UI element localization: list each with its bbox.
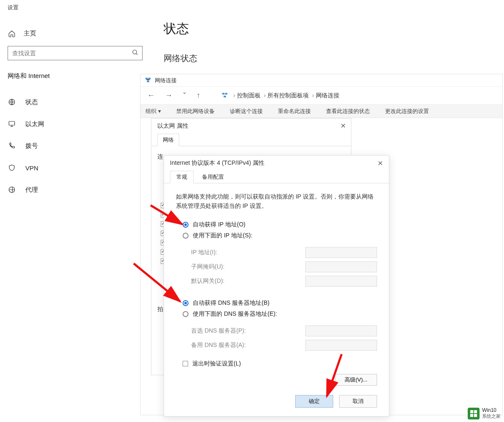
sidebar-item-ethernet[interactable]: 以太网 [8,115,152,133]
home-icon [8,30,16,38]
svg-rect-19 [474,414,477,417]
toolbar-diagnose[interactable]: 诊断这个连接 [230,108,263,115]
cancel-button[interactable]: 取消 [339,395,377,408]
search-input[interactable] [8,46,143,60]
toolbar-viewstatus[interactable]: 查看此连接的状态 [326,108,370,115]
explorer-navbar: ← → ˅ ↑ ›控制面板 ›所有控制面板项 ›网络连接 [140,87,502,105]
radio-label: 使用下面的 DNS 服务器地址(E): [193,310,277,318]
network-icon [145,76,151,84]
gateway-row: 默认网关(D): [164,274,389,288]
description-label: 拍 [157,306,163,313]
toolbar-rename[interactable]: 重命名此连接 [278,108,311,115]
window-title: 设置 [8,4,19,11]
svg-rect-11 [225,93,227,94]
sidebar-item-status[interactable]: 状态 [8,93,152,111]
svg-rect-17 [474,410,477,413]
svg-rect-10 [222,93,224,94]
watermark-line1: Win10 [482,407,501,413]
validate-row[interactable]: 退出时验证设置(L) [164,352,389,368]
field-label: 子网掩码(U): [191,263,224,271]
field-label: 首选 DNS 服务器(P): [191,327,246,335]
radio-auto-dns[interactable]: 自动获得 DNS 服务器地址(B) [183,299,377,307]
dialog-titlebar[interactable]: Internet 协议版本 4 (TCP/IPv4) 属性 ✕ [164,156,389,171]
radio-icon [183,311,189,317]
recent-button[interactable]: ˅ [181,91,188,100]
tab-alternate[interactable]: 备用配置 [196,171,230,183]
content-area: 状态 网络状态 [164,20,197,64]
phone-icon [8,142,16,150]
dialog-buttons: 确定 取消 [295,395,377,408]
dns-block: 自动获得 DNS 服务器地址(B) 使用下面的 DNS 服务器地址(E): [164,293,389,324]
toolbar-organize[interactable]: 组织 ▾ [146,108,161,115]
field-label: IP 地址(I): [191,249,217,256]
radio-icon [183,233,189,239]
up-button[interactable]: ↑ [195,91,202,100]
globe-icon [8,186,16,194]
close-icon[interactable]: ✕ [377,159,383,167]
sidebar-item-proxy[interactable]: 代理 [8,180,152,199]
dns2-field [305,340,377,351]
sidebar-item-vpn[interactable]: VPN [8,159,152,177]
dns1-row: 首选 DNS 服务器(P): [164,324,389,338]
explorer-toolbar: 组织 ▾ 禁用此网络设备 诊断这个连接 重命名此连接 查看此连接的状态 更改此连… [140,105,502,118]
globe-icon [8,98,16,106]
svg-line-1 [136,54,137,55]
monitor-icon [8,120,16,128]
breadcrumb-item[interactable]: 所有控制面板项 [267,92,309,99]
radio-label: 自动获得 DNS 服务器地址(B) [193,299,270,307]
dialog-titlebar[interactable]: 以太网 属性 ✕ [151,118,351,134]
toolbar-disable[interactable]: 禁用此网络设备 [176,108,215,115]
svg-rect-18 [470,414,473,417]
ip-address-row: IP 地址(I): [164,245,389,260]
subnet-field [305,261,377,272]
explorer-title: 网络连接 [155,77,177,84]
tab-network[interactable]: 网络 [157,134,179,146]
radio-label: 使用下面的 IP 地址(S): [193,232,252,239]
toolbar-change[interactable]: 更改此连接的设置 [385,108,429,115]
back-button[interactable]: ← [146,91,156,100]
radio-icon [183,300,189,306]
breadcrumb-item[interactable]: 控制面板 [237,92,261,99]
dns2-row: 备用 DNS 服务器(A): [164,338,389,352]
subnet-row: 子网掩码(U): [164,260,389,274]
ip-block: 自动获得 IP 地址(O) 使用下面的 IP 地址(S): [164,215,389,245]
settings-sidebar: 主页 网络和 Internet 状态 以太网 拨号 [0,17,152,202]
category-title: 网络和 Internet [8,72,152,80]
dialog-title: Internet 协议版本 4 (TCP/IPv4) 属性 [170,159,264,167]
sidebar-item-label: 状态 [25,98,38,106]
ipv4-tabs: 常规 备用配置 [164,171,389,183]
sidebar-item-label: 拨号 [25,142,38,150]
explorer-titlebar[interactable]: 网络连接 [140,74,502,87]
advanced-button[interactable]: 高级(V)... [335,374,377,386]
sidebar-item-home[interactable]: 主页 [8,30,152,38]
home-label: 主页 [24,30,36,38]
search-wrap [8,46,143,60]
sidebar-item-dialup[interactable]: 拨号 [8,137,152,155]
ok-button[interactable]: 确定 [295,395,333,408]
radio-manual-dns[interactable]: 使用下面的 DNS 服务器地址(E): [183,310,377,318]
radio-manual-ip[interactable]: 使用下面的 IP 地址(S): [183,232,377,239]
svg-point-0 [133,50,137,54]
page-title: 状态 [164,20,197,38]
close-icon[interactable]: ✕ [340,122,346,130]
breadcrumb[interactable]: ›控制面板 ›所有控制面板项 ›网络连接 [221,91,340,99]
svg-rect-12 [224,96,226,97]
watermark-line2: 系统之家 [482,413,501,419]
dns1-field [305,325,377,336]
forward-button[interactable]: → [163,91,174,100]
ip-address-field [305,247,377,258]
shield-icon [8,164,16,172]
ipv4-properties-dialog: Internet 协议版本 4 (TCP/IPv4) 属性 ✕ 常规 备用配置 … [164,155,389,417]
explanation-text: 如果网络支持此功能，则可以获取自动指派的 IP 设置。否则，你需要从网络系统管理… [164,183,389,215]
sidebar-item-label: 以太网 [25,120,44,128]
dialog-title: 以太网 属性 [157,122,189,130]
section-title: 网络状态 [164,53,197,64]
svg-rect-16 [470,410,473,413]
validate-label: 退出时验证设置(L) [192,360,241,368]
svg-rect-7 [146,78,148,79]
breadcrumb-item[interactable]: 网络连接 [316,92,340,99]
svg-rect-9 [147,81,149,82]
tab-general[interactable]: 常规 [170,171,194,183]
radio-auto-ip[interactable]: 自动获得 IP 地址(O) [183,221,377,228]
field-label: 默认网关(D): [191,277,224,285]
